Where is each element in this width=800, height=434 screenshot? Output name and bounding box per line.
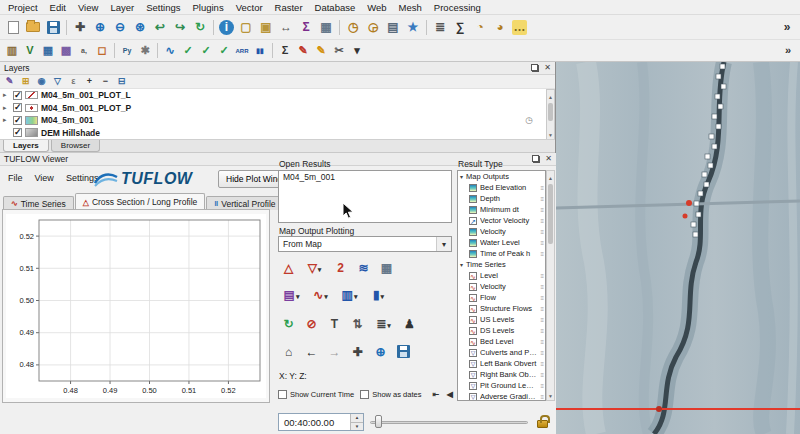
split-tool-button[interactable]: ✂ (330, 42, 348, 60)
slider-handle[interactable] (375, 415, 382, 428)
add-mesh-layer-button[interactable]: ▩ (57, 42, 75, 60)
scroll-up-icon[interactable] (548, 171, 553, 182)
statistical-summary-button[interactable]: Σ (296, 17, 316, 37)
axis-fonts-button[interactable]: T (324, 313, 345, 334)
menu-view[interactable]: View (72, 1, 104, 14)
result-type-item[interactable]: Minimum dt (458, 204, 545, 215)
row-options-icon[interactable] (540, 284, 544, 290)
scroll-down-icon[interactable] (548, 389, 553, 400)
menu-database[interactable]: Database (309, 1, 362, 14)
zoom-in-button[interactable]: ⊕ (90, 17, 110, 37)
check-mesh-button[interactable]: ✓ (215, 42, 233, 60)
layer-checkbox[interactable] (13, 91, 22, 100)
add-raster-layer-button[interactable]: ▦ (39, 42, 57, 60)
filter-legend-button[interactable]: ▽ (50, 75, 65, 88)
plot-forward-button[interactable]: → (324, 341, 345, 362)
time-slider[interactable] (370, 413, 528, 431)
scroll-down-icon[interactable] (548, 128, 553, 139)
result-type-item[interactable]: Pit Ground Levels (458, 380, 545, 391)
filter-by-expression-button[interactable]: ε (66, 75, 81, 88)
result-type-item[interactable]: Left Bank Obvert (458, 358, 545, 369)
result-type-item[interactable]: Culverts and Pipes (458, 347, 545, 358)
cross-section-plot-button[interactable]: △ (278, 257, 299, 278)
statistics-panel-button[interactable]: ∑ (450, 17, 470, 37)
open-result-item[interactable]: M04_5m_001 (279, 171, 451, 183)
measure-line-button[interactable]: ↔ (276, 17, 296, 37)
tab-vertical-profile[interactable]: ‖Vertical Profile (206, 196, 283, 210)
menu-project[interactable]: Project (2, 1, 44, 14)
new-shapefile-button[interactable]: ◻ (93, 42, 111, 60)
tuflow-viewer-button[interactable]: ∿ (161, 42, 179, 60)
open-project-button[interactable] (23, 17, 43, 37)
profile-chart[interactable]: 0.480.490.500.510.520.480.490.500.510.52 (6, 214, 266, 398)
tree-group[interactable]: Time Series (458, 259, 545, 270)
field-calculator-button[interactable]: ≣ (430, 17, 450, 37)
deselect-features-button[interactable]: ▣ (256, 17, 276, 37)
scroll-thumb[interactable] (548, 184, 553, 244)
arr-to-tuflow-button[interactable]: ARR (233, 42, 251, 60)
result-type-item[interactable]: Bed Level (458, 336, 545, 347)
result-type-item[interactable]: US Levels (458, 314, 545, 325)
previous-timestep-button[interactable]: ◀ (443, 388, 456, 401)
layer-item[interactable]: ▸M04_5m_001_PLOT_L (0, 89, 555, 102)
plot-save-button[interactable] (393, 341, 414, 362)
curtain-plot-menu-button[interactable]: ▥ (336, 284, 363, 305)
expander-icon[interactable]: ▸ (3, 116, 10, 124)
clock-1-button[interactable]: ◔ (470, 17, 490, 37)
toolbar-overflow-button[interactable]: » (777, 17, 797, 37)
row-options-icon[interactable] (540, 240, 544, 246)
datasource-manager-button[interactable]: ▥ (3, 42, 21, 60)
menu-edit[interactable]: Edit (44, 1, 72, 14)
edit-style-button[interactable]: ✎ (294, 42, 312, 60)
clock-2-button[interactable]: ◕ (490, 17, 510, 37)
load-results-button[interactable]: ▮▮ (251, 42, 269, 60)
expander-icon[interactable]: ▸ (3, 104, 10, 112)
new-bookmark-button[interactable]: ★ (403, 17, 423, 37)
time-spinbox[interactable]: 00:40:00.00 (278, 413, 364, 431)
scroll-up-icon[interactable] (548, 90, 553, 101)
row-options-icon[interactable] (540, 196, 544, 202)
result-type-scrollbar[interactable] (546, 170, 555, 401)
refresh-plot-button[interactable]: ↻ (278, 313, 299, 334)
result-type-item[interactable]: Level (458, 270, 545, 281)
tree-group[interactable]: Map Outputs (458, 171, 545, 182)
row-options-icon[interactable] (540, 383, 544, 389)
add-group-button[interactable]: ⊞ (18, 75, 33, 88)
pan-map-button[interactable]: ✚ (70, 17, 90, 37)
tab-time-series[interactable]: ∿Time Series (3, 196, 74, 210)
log-messages-button[interactable]: … (512, 20, 527, 35)
close-panel-icon[interactable] (545, 155, 552, 163)
chevron-down-icon[interactable] (436, 237, 451, 251)
layer-item[interactable]: ▸M04_5m_001◷ (0, 114, 555, 127)
dock-tab-browser[interactable]: Browser (51, 140, 100, 152)
toolbar2-overflow-button[interactable]: » (779, 42, 797, 60)
axis-limits-button[interactable]: ⇅ (347, 313, 368, 334)
layer-item[interactable]: ▸M04_5m_001_PLOT_P (0, 102, 555, 115)
check-1d-integrity-button[interactable]: ✓ (197, 42, 215, 60)
map-canvas[interactable] (556, 62, 800, 434)
plot-zoom-button[interactable]: ⊕ (370, 341, 391, 362)
lock-icon[interactable] (536, 412, 550, 430)
menu-settings[interactable]: Settings (140, 1, 186, 14)
add-vector-layer-button[interactable]: V (21, 42, 39, 60)
menu-web[interactable]: Web (361, 1, 392, 14)
add-delimited-text-button[interactable]: a, (75, 42, 93, 60)
row-options-icon[interactable] (540, 339, 544, 345)
zoom-last-button[interactable]: ↩ (150, 17, 170, 37)
tuflow-menu-view[interactable]: View (29, 172, 60, 184)
vertical-profile-menu-button[interactable]: ▮ (365, 284, 392, 305)
temporal-controller-button[interactable]: ◷ (343, 17, 363, 37)
first-timestep-button[interactable]: ⇤ (429, 388, 442, 401)
result-type-item[interactable]: Flow (458, 292, 545, 303)
zoom-out-button[interactable]: ⊖ (110, 17, 130, 37)
expander-icon[interactable] (460, 172, 463, 181)
select-features-button[interactable]: ▢ (236, 17, 256, 37)
result-type-item[interactable]: Vector Velocity (458, 215, 545, 226)
menu-plugins[interactable]: Plugins (186, 1, 229, 14)
tuflow-menu-file[interactable]: File (2, 172, 29, 184)
expand-all-button[interactable]: + (82, 75, 97, 88)
result-type-item[interactable]: DS Levels (458, 325, 545, 336)
show-current-time-checkbox[interactable] (278, 390, 287, 399)
menu-raster[interactable]: Raster (269, 1, 309, 14)
more-tuflow-tools-button[interactable]: ▾ (348, 42, 366, 60)
